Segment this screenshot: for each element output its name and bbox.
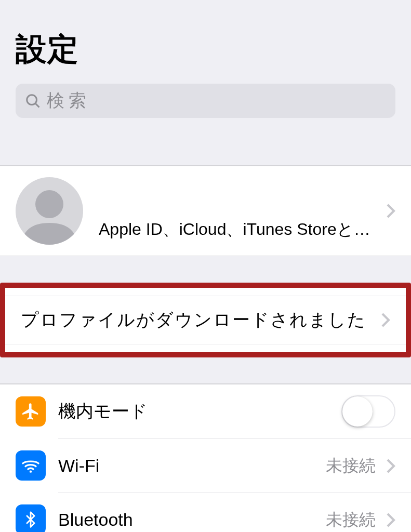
- search-icon: [25, 93, 41, 109]
- bluetooth-icon: [16, 504, 46, 532]
- settings-group: 機内モード Wi-Fi 未接続: [0, 384, 411, 532]
- toggle-knob: [342, 396, 373, 427]
- apple-id-group: Apple ID、iCloud、iTunes StoreとApp S...: [0, 166, 411, 256]
- chevron-right-icon: [386, 203, 395, 219]
- page-title: 設定: [16, 29, 395, 71]
- section-spacer: [0, 256, 411, 283]
- profile-label: プロファイルがダウンロードされました: [21, 308, 374, 332]
- setting-label: 機内モード: [58, 400, 341, 423]
- section-spacer: [0, 128, 411, 166]
- avatar: [16, 177, 83, 245]
- profile-downloaded-cell[interactable]: プロファイルがダウンロードされました: [5, 296, 406, 344]
- setting-label: Wi-Fi: [58, 456, 326, 476]
- setting-label: Bluetooth: [58, 510, 326, 530]
- setting-value: 未接続: [326, 455, 376, 477]
- bluetooth-cell[interactable]: Bluetooth 未接続: [0, 493, 411, 532]
- svg-point-3: [30, 471, 32, 473]
- airplane-icon: [16, 396, 46, 427]
- wifi-cell[interactable]: Wi-Fi 未接続: [0, 438, 411, 493]
- profile-highlight: プロファイルがダウンロードされました: [0, 283, 411, 357]
- apple-id-subtitle: Apple ID、iCloud、iTunes StoreとApp S...: [99, 218, 379, 256]
- airplane-mode-cell[interactable]: 機内モード: [0, 384, 411, 438]
- svg-line-1: [35, 103, 39, 108]
- search-input[interactable]: 検索: [16, 84, 395, 118]
- svg-point-0: [27, 95, 37, 105]
- chevron-right-icon: [381, 312, 390, 328]
- chevron-right-icon: [386, 458, 395, 474]
- chevron-right-icon: [386, 512, 395, 528]
- wifi-icon: [16, 450, 46, 481]
- section-spacer: [0, 357, 411, 384]
- search-placeholder: 検索: [47, 89, 90, 113]
- setting-value: 未接続: [326, 509, 376, 531]
- svg-point-2: [35, 190, 63, 218]
- header-section: 設定 検索: [0, 0, 411, 128]
- airplane-toggle[interactable]: [341, 395, 395, 428]
- apple-id-cell[interactable]: Apple ID、iCloud、iTunes StoreとApp S...: [0, 166, 411, 256]
